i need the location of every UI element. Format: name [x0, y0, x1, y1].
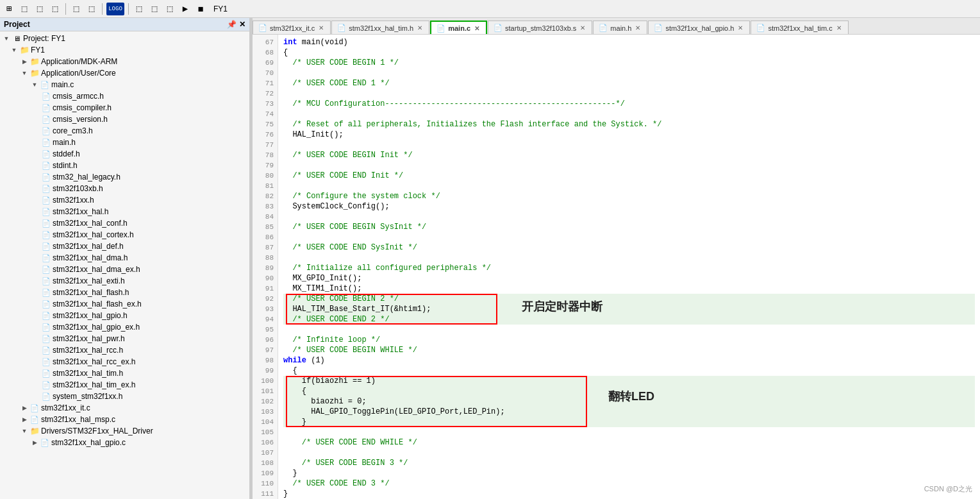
sidebar-item-stm32f103xb[interactable]: stm32f103xb.h — [0, 183, 249, 194]
code-line-87: /* USER CODE END SysInit */ — [283, 242, 975, 253]
tab-file-icon-2: 📄 — [337, 24, 346, 33]
sidebar-item-hal-dma-ex[interactable]: stm32f1xx_hal_dma_ex.h — [0, 264, 249, 275]
tab-close-stm32f1xx-it[interactable]: ✕ — [317, 24, 325, 32]
sidebar-item-hal-rcc-ex[interactable]: stm32f1xx_hal_rcc_ex.h — [0, 356, 249, 368]
code-line-72 — [283, 89, 975, 99]
sidebar-item-cmsis-compiler[interactable]: cmsis_compiler.h — [0, 102, 249, 114]
hal-gpio-c-label: stm32f1xx_hal_gpio.c — [51, 438, 126, 447]
sidebar-item-fy1[interactable]: ▼ FY1 — [0, 44, 249, 56]
toolbar-icon-11[interactable]: ▶ — [179, 3, 192, 15]
sidebar-item-core-cm3[interactable]: core_cm3.h — [0, 125, 249, 137]
sidebar-item-hal-def[interactable]: stm32f1xx_hal_def.h — [0, 241, 249, 252]
tab-close-hal-tim2[interactable]: ✕ — [835, 24, 843, 32]
file-hal-rcc-icon — [41, 345, 51, 355]
code-line-97: /* USER CODE BEGIN WHILE */ — [283, 345, 975, 355]
sidebar-item-stm32-hal-legacy[interactable]: stm32_hal_legacy.h — [0, 171, 249, 183]
code-content[interactable]: int main(void){ /* USER CODE BEGIN 1 */ … — [278, 35, 980, 499]
tab-close-main-c[interactable]: ✕ — [473, 24, 481, 32]
sidebar-item-mdk[interactable]: ▶ Application/MDK-ARM — [0, 56, 249, 67]
sidebar-item-hal-tim-ex[interactable]: stm32f1xx_hal_tim_ex.h — [0, 379, 249, 391]
sidebar-item-stdint[interactable]: stdint.h — [0, 160, 249, 171]
file-hal-flash-icon — [41, 287, 51, 298]
sidebar-pin-icon[interactable]: 📌 — [227, 20, 237, 29]
sidebar-item-main-c[interactable]: ▼ main.c — [0, 79, 249, 90]
sidebar-item-hal-dma[interactable]: stm32f1xx_hal_dma.h — [0, 252, 249, 264]
code-line-106: /* USER CODE END WHILE */ — [283, 437, 975, 448]
sidebar-item-hal-cortex[interactable]: stm32f1xx_hal_cortex.h — [0, 229, 249, 241]
toolbar-icon-2[interactable]: ⬚ — [18, 3, 31, 15]
tab-close-startup[interactable]: ✕ — [579, 24, 586, 32]
tab-close-main-h[interactable]: ✕ — [634, 24, 642, 32]
file-stm32f103xb-icon — [41, 183, 51, 194]
code-line-67: int main(void) — [283, 37, 975, 47]
line-num-74: 74 — [253, 109, 278, 119]
tab-close-hal-tim[interactable]: ✕ — [416, 24, 424, 32]
line-num-96: 96 — [253, 335, 278, 345]
line-num-106: 106 — [253, 437, 278, 448]
tab-close-hal-gpio-h[interactable]: ✕ — [736, 24, 744, 32]
sidebar-item-cmsis-armcc[interactable]: cmsis_armcc.h — [0, 90, 249, 102]
hal-gpio-label: stm32f1xx_hal_gpio.h — [53, 311, 128, 320]
line-num-70: 70 — [253, 68, 278, 78]
tab-main-h[interactable]: 📄 main.h ✕ — [593, 21, 647, 35]
sidebar-item-system-stm32[interactable]: system_stm32f1xx.h — [0, 391, 249, 402]
toolbar-icon-1[interactable]: ⊞ — [3, 3, 15, 15]
toolbar-icon-12[interactable]: ◼ — [194, 3, 207, 15]
line-num-103: 103 — [253, 407, 278, 417]
sidebar-item-user-core[interactable]: ▼ Application/User/Core — [0, 67, 249, 79]
toolbar-icon-3[interactable]: ⬚ — [33, 3, 46, 15]
toolbar-icon-9[interactable]: ⬚ — [148, 3, 161, 15]
sidebar-item-stm32f1xx-hal[interactable]: stm32f1xx_hal.h — [0, 206, 249, 217]
tab-file-icon-7: 📄 — [756, 24, 765, 33]
sidebar-item-drivers[interactable]: ▼ Drivers/STM32F1xx_HAL_Driver — [0, 425, 249, 437]
cmsis-version-label: cmsis_version.h — [53, 115, 108, 124]
sidebar-item-cmsis-version[interactable]: cmsis_version.h — [0, 114, 249, 125]
sidebar-item-stddef[interactable]: stddef.h — [0, 148, 249, 160]
file-hal-tim-ex-icon — [41, 380, 51, 390]
sidebar-item-hal-msp[interactable]: ▶ stm32f1xx_hal_msp.c — [0, 414, 249, 425]
logo-icon: LOGO — [106, 3, 124, 15]
tab-stm32f1xx-it[interactable]: 📄 stm32f1xx_it.c ✕ — [253, 21, 331, 35]
tab-stm32f1xx-hal-tim-h[interactable]: 📄 stm32f1xx_hal_tim.h ✕ — [331, 21, 429, 35]
sidebar-item-project[interactable]: ▼ 🖥 Project: FY1 — [0, 33, 249, 44]
code-line-103: HAL_GPIO_TogglePin(LED_GPIO_Port,LED_Pin… — [283, 407, 975, 417]
toolbar-icon-10[interactable]: ⬚ — [163, 3, 176, 15]
tab-bar: 📄 stm32f1xx_it.c ✕ 📄 stm32f1xx_hal_tim.h… — [253, 18, 980, 35]
file-stddef-icon — [41, 149, 51, 159]
toolbar-icon-5[interactable]: ⬚ — [70, 3, 83, 15]
sidebar-item-hal-gpio[interactable]: stm32f1xx_hal_gpio.h — [0, 310, 249, 321]
line-num-110: 110 — [253, 478, 278, 489]
toolbar-icon-6[interactable]: ⬚ — [85, 3, 98, 15]
sidebar-item-hal-flash-ex[interactable]: stm32f1xx_hal_flash_ex.h — [0, 298, 249, 310]
tab-main-c[interactable]: 📄 main.c ✕ — [430, 21, 487, 35]
line-numbers: 6768697071727374757677787980818283848586… — [253, 35, 278, 499]
sidebar-item-main-h[interactable]: main.h — [0, 137, 249, 148]
code-line-101: { — [283, 386, 975, 396]
expand-icon-user-core: ▼ — [21, 69, 28, 77]
hal-tim-label: stm32f1xx_hal_tim.h — [53, 369, 123, 378]
toolbar-icon-8[interactable]: ⬚ — [133, 3, 145, 15]
stm32f1xx-hal-label: stm32f1xx_hal.h — [53, 207, 108, 216]
sidebar-item-hal-gpio-ex[interactable]: stm32f1xx_hal_gpio_ex.h — [0, 321, 249, 333]
sidebar-item-hal-flash[interactable]: stm32f1xx_hal_flash.h — [0, 287, 249, 298]
tab-hal-tim2-h[interactable]: 📄 stm32f1xx_hal_tim.c ✕ — [751, 21, 848, 35]
toolbar-icon-4[interactable]: ⬚ — [49, 3, 62, 15]
line-num-89: 89 — [253, 263, 278, 273]
tab-label-startup: startup_stm32f103xb.s — [505, 24, 576, 32]
sidebar-item-hal-pwr[interactable]: stm32f1xx_hal_pwr.h — [0, 333, 249, 344]
tab-startup[interactable]: 📄 startup_stm32f103xb.s ✕ — [488, 21, 592, 35]
tab-hal-gpio-h[interactable]: 📄 stm32f1xx_hal_gpio.h ✕ — [648, 21, 750, 35]
sidebar-item-hal-exti[interactable]: stm32f1xx_hal_exti.h — [0, 275, 249, 287]
code-line-84 — [283, 212, 975, 222]
sidebar-item-stm32f1xx[interactable]: stm32f1xx.h — [0, 194, 249, 206]
sidebar-item-it-c[interactable]: ▶ stm32f1xx_it.c — [0, 402, 249, 414]
code-line-98: while (1) — [283, 355, 975, 366]
sidebar-item-hal-tim[interactable]: stm32f1xx_hal_tim.h — [0, 368, 249, 379]
line-num-72: 72 — [253, 89, 278, 99]
code-line-76: HAL_Init(); — [283, 130, 975, 140]
sidebar-item-hal-conf[interactable]: stm32f1xx_hal_conf.h — [0, 217, 249, 229]
sidebar-close-icon[interactable]: ✕ — [239, 20, 245, 29]
sidebar-item-hal-rcc[interactable]: stm32f1xx_hal_rcc.h — [0, 344, 249, 356]
hal-flash-ex-label: stm32f1xx_hal_flash_ex.h — [53, 300, 142, 309]
sidebar-item-hal-gpio-c[interactable]: ▶ stm32f1xx_hal_gpio.c — [0, 437, 249, 448]
